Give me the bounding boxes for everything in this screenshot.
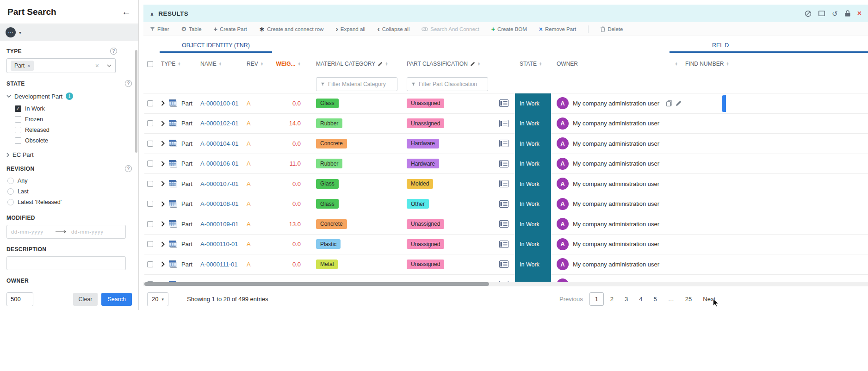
column-header-name[interactable]: NAME ▲▼ xyxy=(200,61,247,67)
column-header-find-number[interactable]: FIND NUMBER ▲▼ xyxy=(685,61,868,67)
circle-slash-icon[interactable] xyxy=(805,10,812,17)
table-row[interactable]: Part A-0000104-01 A 0.0 Concrete Hardwar… xyxy=(143,134,868,154)
result-limit-input[interactable] xyxy=(6,292,33,306)
toolbar-table-button[interactable]: ⚙ Table xyxy=(181,26,202,32)
material-chip[interactable]: Concrete xyxy=(316,219,347,229)
modified-to-input[interactable] xyxy=(71,229,112,235)
sort-icon[interactable]: ▲▼ xyxy=(298,62,301,66)
sort-icon[interactable]: ▲▼ xyxy=(219,62,222,66)
part-name-link[interactable]: A-0000106-01 xyxy=(200,160,238,167)
radio-button[interactable] xyxy=(7,199,14,205)
table-row[interactable]: Part A-0000107-01 A 0.0 Glass Molded In … xyxy=(143,174,868,194)
row-checkbox[interactable] xyxy=(147,221,153,227)
revision-option-last[interactable]: Last xyxy=(7,186,132,197)
sort-icon[interactable]: ▲▼ xyxy=(178,62,180,66)
row-checkbox[interactable] xyxy=(147,181,153,187)
type-select[interactable]: Part × × xyxy=(6,58,116,73)
clear-button[interactable]: Clear xyxy=(73,293,98,306)
expand-row-icon[interactable] xyxy=(161,121,165,126)
details-icon[interactable] xyxy=(499,140,508,147)
sort-icon[interactable]: ▲▼ xyxy=(477,62,480,66)
toolbar-collapse-all-button[interactable]: ‹ Collapse all xyxy=(377,25,409,33)
table-row[interactable]: Part A-0000106-01 A 11.0 Rubber Hardware… xyxy=(143,154,868,174)
classification-chip[interactable]: Unassigned xyxy=(407,260,444,269)
table-row[interactable]: Part A-0000109-01 A 13.0 Concrete Unassi… xyxy=(143,214,868,235)
classification-chip[interactable]: Unassigned xyxy=(407,99,444,108)
toolbar-filter-button[interactable]: Filter xyxy=(150,26,169,32)
material-filter[interactable] xyxy=(316,77,397,91)
search-button[interactable]: Search xyxy=(101,293,132,306)
lock-icon[interactable] xyxy=(845,10,850,17)
table-row[interactable]: Part A-0000100-01 A 0.0 Glass Unassigned… xyxy=(143,93,868,114)
table-row[interactable]: Part A-0000102-01 A 14.0 Rubber Unassign… xyxy=(143,114,868,134)
pagination-page-4[interactable]: 4 xyxy=(634,293,647,305)
column-header-state[interactable]: STATE ▲▼ xyxy=(515,61,551,67)
radio-button[interactable] xyxy=(7,188,14,195)
column-header-weight[interactable]: WEIG... ▲▼ xyxy=(267,61,301,67)
table-row[interactable]: Part A-0000108-01 A 0.0 Glass Other In W… xyxy=(143,194,868,215)
part-name-link[interactable]: A-0000104-01 xyxy=(200,140,238,147)
sort-icon[interactable]: ▲▼ xyxy=(675,62,678,66)
radio-button[interactable] xyxy=(7,178,14,184)
expand-row-icon[interactable] xyxy=(161,221,165,227)
remove-chip-icon[interactable]: × xyxy=(27,63,30,68)
material-chip[interactable]: Rubber xyxy=(316,159,342,168)
toolbar-remove-part-button[interactable]: × Remove Part xyxy=(539,26,576,32)
details-icon[interactable] xyxy=(499,99,508,107)
edit-pencil-icon[interactable] xyxy=(470,62,475,67)
toolbar-delete-button[interactable]: Delete xyxy=(601,26,623,32)
classification-chip[interactable]: Hardware xyxy=(407,139,439,148)
classification-filter-input[interactable] xyxy=(419,81,484,87)
description-input[interactable] xyxy=(6,256,126,270)
table-row[interactable]: Part A-0000111-01 A 0.0 Metal Unassigned… xyxy=(143,254,868,275)
sort-icon[interactable]: ▲▼ xyxy=(539,62,542,66)
material-filter-input[interactable] xyxy=(328,81,393,87)
material-chip[interactable]: Concrete xyxy=(316,139,347,148)
scrollbar-thumb[interactable] xyxy=(144,282,489,286)
checkbox-checked[interactable]: ✓ xyxy=(15,105,21,112)
classification-filter[interactable] xyxy=(407,77,488,91)
horizontal-scrollbar[interactable] xyxy=(143,282,868,286)
details-icon[interactable] xyxy=(499,260,508,268)
details-icon[interactable] xyxy=(499,120,508,127)
collapse-panel-icon[interactable]: ← xyxy=(122,6,131,17)
expand-row-icon[interactable] xyxy=(161,100,165,106)
details-icon[interactable] xyxy=(499,160,508,167)
table-row[interactable]: In Work A xyxy=(143,275,868,282)
state-group-ec-part[interactable]: EC Part xyxy=(6,151,132,158)
column-header-material-category[interactable]: MATERIAL CATEGORY ▲▼ xyxy=(316,61,407,67)
material-chip[interactable]: Plastic xyxy=(316,239,341,249)
column-header-rev[interactable]: REV ▲▼ xyxy=(247,61,267,67)
part-name-link[interactable]: A-0000110-01 xyxy=(200,241,238,247)
sidebar-scrollbar[interactable] xyxy=(135,50,137,153)
row-checkbox[interactable] xyxy=(147,161,153,167)
edit-pencil-icon[interactable] xyxy=(676,100,682,106)
classification-chip[interactable]: Unassigned xyxy=(407,239,444,249)
details-icon[interactable] xyxy=(499,220,508,228)
part-name-link[interactable]: A-0000111-01 xyxy=(200,261,237,268)
expand-row-icon[interactable] xyxy=(161,161,165,167)
column-header-type[interactable]: TYPE ▲▼ xyxy=(161,61,200,67)
details-icon[interactable] xyxy=(499,180,508,187)
toolbar-create-part-button[interactable]: + Create Part xyxy=(214,26,247,32)
page-size-select[interactable]: 20 ▾ xyxy=(147,292,168,306)
details-icon[interactable] xyxy=(499,241,508,248)
state-option-obsolete[interactable]: Obsolete xyxy=(15,135,132,146)
part-name-link[interactable]: A-0000109-01 xyxy=(200,221,238,228)
row-checkbox[interactable] xyxy=(147,201,153,207)
state-option-frozen[interactable]: Frozen xyxy=(15,114,132,124)
revision-option-any[interactable]: Any xyxy=(7,175,132,186)
chevron-down-icon[interactable]: ▾ xyxy=(19,30,21,35)
pagination-previous[interactable]: Previous xyxy=(555,293,588,305)
close-icon[interactable]: × xyxy=(857,10,862,17)
state-group-development-part[interactable]: Development Part 1 xyxy=(6,93,132,100)
expand-row-icon[interactable] xyxy=(161,181,165,186)
toolbar-expand-all-button[interactable]: › Expand all xyxy=(335,25,365,33)
edit-pencil-icon[interactable] xyxy=(378,62,383,67)
select-all-checkbox[interactable] xyxy=(147,61,153,67)
expand-row-icon[interactable] xyxy=(161,201,165,207)
classification-chip[interactable]: Unassigned xyxy=(407,219,444,229)
material-chip[interactable]: Glass xyxy=(316,99,339,108)
row-checkbox[interactable] xyxy=(147,120,153,126)
row-checkbox[interactable] xyxy=(147,261,153,267)
